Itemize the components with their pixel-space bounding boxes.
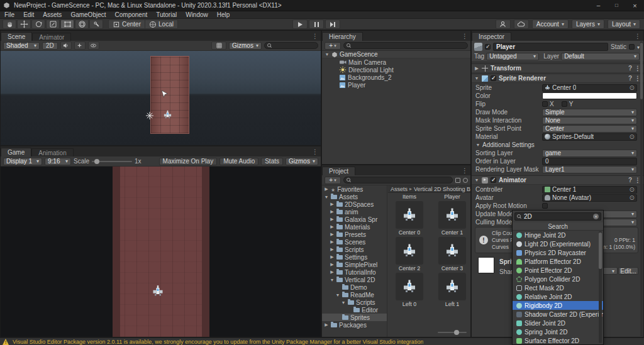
menu-tutorial[interactable]: Tutorial xyxy=(152,11,181,19)
fold-closed-icon[interactable] xyxy=(330,202,335,207)
pause-button[interactable] xyxy=(309,19,324,29)
tree-item-presets[interactable]: Presets xyxy=(322,231,387,238)
services-button[interactable] xyxy=(496,19,511,29)
popup-scrollbar[interactable] xyxy=(599,231,602,343)
search-by-label-icon[interactable] xyxy=(463,178,468,183)
animator-header[interactable]: Animator xyxy=(472,175,643,185)
fold-closed-icon[interactable] xyxy=(330,247,335,252)
object-picker-icon[interactable] xyxy=(630,84,635,91)
fold-closed-icon[interactable] xyxy=(330,255,335,260)
draw-mode-dropdown[interactable]: Simple xyxy=(542,109,637,116)
flip-x-checkbox[interactable] xyxy=(542,101,548,107)
scene-viewport[interactable] xyxy=(1,51,321,145)
component-option-rect-mask[interactable]: Rect Mask 2D xyxy=(513,283,603,292)
layout-dropdown[interactable]: Layout xyxy=(608,19,640,29)
static-dropdown-icon[interactable] xyxy=(637,43,640,50)
tab-animation[interactable]: Animation xyxy=(31,148,73,156)
component-enabled-checkbox[interactable] xyxy=(491,177,496,183)
component-option-hinge-joint[interactable]: Hinge Joint 2D xyxy=(513,231,603,239)
move-tool-button[interactable] xyxy=(17,19,31,29)
color-swatch[interactable] xyxy=(542,92,637,99)
game-viewport[interactable] xyxy=(1,167,321,337)
mute-audio-button[interactable]: Mute Audio xyxy=(219,158,258,165)
maximize-button[interactable] xyxy=(608,0,626,11)
flip-y-checkbox[interactable] xyxy=(562,101,567,107)
gizmos-dropdown[interactable]: Gizmos xyxy=(229,42,262,50)
avatar-object-field[interactable]: None (Avatar) xyxy=(542,194,637,202)
fold-closed-icon[interactable] xyxy=(474,66,479,71)
panel-menu-icon[interactable] xyxy=(635,33,641,40)
hand-tool-button[interactable] xyxy=(3,19,16,29)
thumbnail-size-slider[interactable] xyxy=(438,332,467,333)
space-local-button[interactable]: Local xyxy=(145,19,178,29)
object-picker-icon[interactable] xyxy=(630,133,635,140)
play-button[interactable] xyxy=(292,19,308,29)
fold-open-icon[interactable] xyxy=(335,293,340,297)
popup-search-field[interactable]: 2D xyxy=(514,212,601,221)
component-option-physics-raycaster[interactable]: Physics 2D Raycaster xyxy=(513,248,603,257)
fold-closed-icon[interactable] xyxy=(330,270,335,275)
panel-menu-icon[interactable] xyxy=(312,33,318,40)
close-button[interactable] xyxy=(626,0,644,11)
tree-item-vertical2d[interactable]: Vertical 2D xyxy=(322,276,387,283)
rotate-tool-button[interactable] xyxy=(31,19,45,29)
tab-animator[interactable]: Animator xyxy=(32,33,71,41)
layers-dropdown[interactable]: Layers xyxy=(572,19,604,29)
tree-item-favorites[interactable]: Favorites xyxy=(322,185,387,193)
minimize-button[interactable] xyxy=(589,0,608,11)
asset-label[interactable]: Player xyxy=(435,194,470,200)
rendering-layer-mask-dropdown[interactable]: Layer1 xyxy=(542,166,637,173)
menu-gameobject[interactable]: GameObject xyxy=(66,11,110,19)
asset-left-1[interactable]: Left 1 xyxy=(435,273,470,307)
pivot-center-button[interactable]: Center xyxy=(108,19,145,29)
tree-item-demo[interactable]: Demo xyxy=(322,283,387,291)
component-option-point-effector[interactable]: Point Effector 2D xyxy=(513,266,603,275)
fold-open-icon[interactable] xyxy=(474,178,479,182)
fold-open-icon[interactable] xyxy=(341,300,346,305)
sprite-object-field[interactable]: Center 0 xyxy=(542,84,637,92)
tree-item-tutorialinfo[interactable]: TutorialInfo xyxy=(322,268,387,276)
scale-tool-button[interactable] xyxy=(46,19,60,29)
object-picker-icon[interactable] xyxy=(630,186,635,193)
fold-closed-icon[interactable] xyxy=(330,209,335,214)
game-gizmos-dropdown[interactable]: Gizmos xyxy=(286,158,318,165)
collab-button[interactable] xyxy=(514,19,529,29)
fold-closed-icon[interactable] xyxy=(324,322,329,327)
scrollbar-thumb[interactable] xyxy=(599,233,602,269)
sprite-renderer-header[interactable]: Sprite Renderer xyxy=(472,74,643,83)
fold-closed-icon[interactable] xyxy=(330,232,335,237)
maximize-on-play-button[interactable]: Maximize On Play xyxy=(159,158,218,165)
menu-file[interactable]: File xyxy=(0,11,19,19)
transform-header[interactable]: Transform xyxy=(472,63,643,73)
tree-item-packages[interactable]: Packages xyxy=(322,321,387,329)
scale-slider-thumb[interactable] xyxy=(94,159,99,164)
component-option-platform-effector[interactable]: Platform Effector 2D xyxy=(513,257,603,266)
hierarchy-item-directional-light[interactable]: Directional Light xyxy=(322,66,470,74)
inspector-scrollbar[interactable] xyxy=(640,41,643,336)
order-in-layer-field[interactable]: 0 xyxy=(542,158,637,165)
hierarchy-item-main-camera[interactable]: Main Camera xyxy=(322,58,470,66)
active-checkbox[interactable] xyxy=(485,44,491,50)
help-icon[interactable] xyxy=(628,75,632,82)
controller-object-field[interactable]: Center 1 xyxy=(542,186,637,194)
apply-root-motion-checkbox[interactable] xyxy=(542,203,548,209)
fold-closed-icon[interactable] xyxy=(330,224,335,229)
tree-item-galaxia[interactable]: Galaxia Spr xyxy=(322,216,387,223)
asset-center-1[interactable]: Center 1 xyxy=(435,201,470,236)
additional-settings-row[interactable]: Additional Settings xyxy=(472,141,643,149)
hierarchy-search-field[interactable] xyxy=(343,42,468,49)
panel-menu-icon[interactable] xyxy=(462,33,468,40)
search-by-type-icon[interactable] xyxy=(455,178,460,183)
component-option-shadow-caster[interactable]: Shadow Caster 2D (Experimental) xyxy=(513,310,603,319)
fold-closed-icon[interactable] xyxy=(330,217,335,222)
rect-tool-button[interactable] xyxy=(60,19,74,29)
light-gizmo-icon[interactable] xyxy=(146,112,153,119)
fold-open-icon[interactable] xyxy=(474,76,479,80)
tree-item-materials[interactable]: Materials xyxy=(322,223,387,231)
menu-help[interactable]: Help xyxy=(213,11,235,19)
grid-settings-dropdown[interactable] xyxy=(211,41,226,50)
menu-window[interactable]: Window xyxy=(181,11,213,19)
player-sprite[interactable] xyxy=(163,110,172,119)
tree-item-assets[interactable]: Assets xyxy=(322,193,387,200)
component-option-polygon-collider[interactable]: Polygon Collider 2D xyxy=(513,275,603,283)
